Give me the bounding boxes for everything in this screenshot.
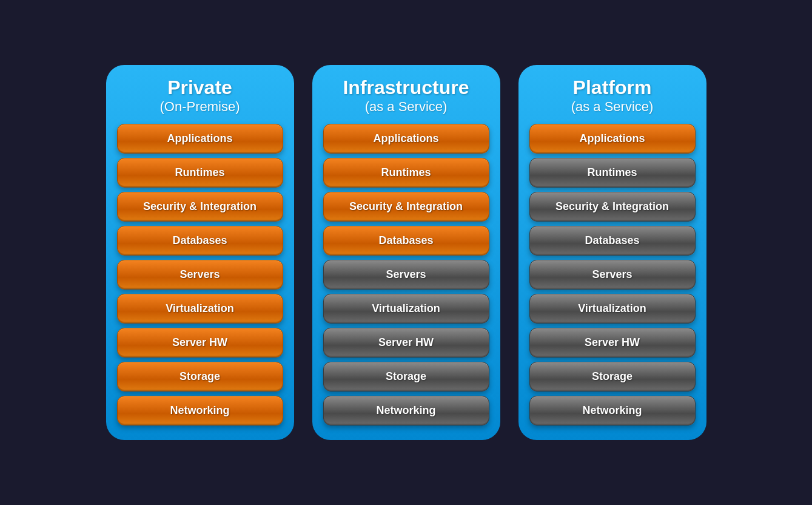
row-private-0: Applications bbox=[117, 124, 283, 154]
column-title-infrastructure: Infrastructure bbox=[343, 77, 469, 98]
column-header-platform: Platform(as a Service) bbox=[571, 77, 654, 116]
row-infrastructure-3: Databases bbox=[323, 226, 489, 256]
row-infrastructure-5: Virtualization bbox=[323, 294, 489, 324]
row-private-5: Virtualization bbox=[117, 294, 283, 324]
row-infrastructure-4: Servers bbox=[323, 260, 489, 290]
column-infrastructure: Infrastructure(as a Service)Applications… bbox=[312, 65, 500, 441]
column-title-platform: Platform bbox=[571, 77, 654, 98]
row-platform-7: Storage bbox=[529, 362, 696, 391]
row-platform-0: Applications bbox=[529, 124, 696, 154]
column-private: Private(On-Premise)ApplicationsRuntimesS… bbox=[106, 65, 294, 441]
row-platform-1: Runtimes bbox=[529, 158, 696, 188]
rows-container-private: ApplicationsRuntimesSecurity & Integrati… bbox=[117, 124, 283, 425]
column-header-infrastructure: Infrastructure(as a Service) bbox=[343, 77, 469, 116]
rows-container-platform: ApplicationsRuntimesSecurity & Integrati… bbox=[529, 124, 696, 425]
column-platform: Platform(as a Service)ApplicationsRuntim… bbox=[518, 65, 706, 441]
row-platform-2: Security & Integration bbox=[529, 192, 696, 222]
row-infrastructure-6: Server HW bbox=[323, 328, 489, 358]
row-infrastructure-2: Security & Integration bbox=[323, 192, 489, 222]
row-infrastructure-8: Networking bbox=[323, 396, 489, 425]
column-header-private: Private(On-Premise) bbox=[159, 77, 240, 116]
row-infrastructure-7: Storage bbox=[323, 362, 489, 391]
row-platform-8: Networking bbox=[529, 396, 696, 425]
column-subtitle-infrastructure: (as a Service) bbox=[343, 98, 469, 116]
row-platform-4: Servers bbox=[529, 260, 696, 290]
row-infrastructure-1: Runtimes bbox=[323, 158, 489, 188]
diagram-container: Private(On-Premise)ApplicationsRuntimesS… bbox=[106, 65, 706, 441]
column-title-private: Private bbox=[159, 77, 240, 98]
row-private-6: Server HW bbox=[117, 328, 283, 358]
row-private-3: Databases bbox=[117, 226, 283, 256]
row-private-2: Security & Integration bbox=[117, 192, 283, 222]
row-private-7: Storage bbox=[117, 362, 283, 391]
column-subtitle-platform: (as a Service) bbox=[571, 98, 654, 116]
row-platform-5: Virtualization bbox=[529, 294, 696, 324]
row-platform-3: Databases bbox=[529, 226, 696, 256]
row-platform-6: Server HW bbox=[529, 328, 696, 358]
row-infrastructure-0: Applications bbox=[323, 124, 489, 154]
rows-container-infrastructure: ApplicationsRuntimesSecurity & Integrati… bbox=[323, 124, 489, 425]
row-private-8: Networking bbox=[117, 396, 283, 425]
row-private-4: Servers bbox=[117, 260, 283, 290]
row-private-1: Runtimes bbox=[117, 158, 283, 188]
column-subtitle-private: (On-Premise) bbox=[159, 98, 240, 116]
